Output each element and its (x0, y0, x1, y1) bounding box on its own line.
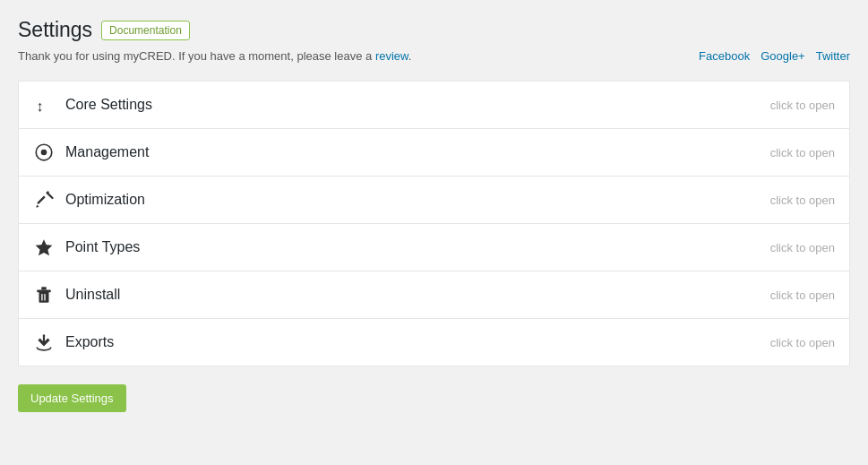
icon-exports (33, 332, 55, 353)
svg-rect-10 (43, 334, 45, 344)
icon-optimization (33, 189, 55, 211)
svg-marker-4 (36, 239, 53, 255)
icon-pointtypes (33, 237, 55, 258)
row-left-exports: Exports (33, 332, 114, 353)
row-action-management: click to open (770, 146, 835, 159)
svg-rect-3 (47, 193, 54, 200)
intro-bar: Thank you for using myCRED. If you have … (18, 49, 850, 63)
row-label-exports: Exports (65, 334, 114, 350)
settings-row-point-types[interactable]: Point Types click to open (19, 224, 849, 271)
settings-row-management[interactable]: Management click to open (19, 129, 849, 177)
review-link[interactable]: review (375, 49, 408, 63)
page-title: Settings (18, 18, 92, 42)
svg-rect-9 (44, 294, 45, 301)
row-action-uninstall: click to open (770, 288, 835, 302)
row-label-core-settings: Core Settings (65, 97, 152, 113)
row-action-point-types: click to open (770, 241, 835, 254)
icon-core: ↕ (33, 94, 55, 116)
social-links: Facebook Google+ Twitter (699, 49, 850, 63)
google-plus-link[interactable]: Google+ (761, 49, 805, 63)
documentation-button[interactable]: Documentation (101, 21, 190, 40)
page-header: Settings Documentation (18, 18, 850, 42)
facebook-link[interactable]: Facebook (699, 49, 750, 63)
row-left-uninstall: Uninstall (33, 284, 120, 306)
settings-row-exports[interactable]: Exports click to open (19, 319, 849, 366)
intro-text-after: . (408, 49, 412, 63)
row-label-optimization: Optimization (65, 192, 145, 208)
row-label-point-types: Point Types (65, 239, 140, 255)
settings-row-optimization[interactable]: Optimization click to open (19, 177, 849, 224)
icon-management (33, 142, 55, 163)
intro-text: Thank you for using myCRED. If you have … (18, 49, 411, 63)
row-left-management: Management (33, 142, 149, 163)
twitter-link[interactable]: Twitter (816, 49, 850, 63)
intro-text-before: Thank you for using myCRED. If you have … (18, 49, 375, 63)
svg-rect-6 (37, 290, 50, 293)
row-left-point-types: Point Types (33, 237, 140, 258)
update-settings-button[interactable]: Update Settings (18, 384, 126, 412)
svg-rect-5 (39, 292, 49, 303)
svg-rect-8 (41, 294, 42, 301)
row-left-optimization: Optimization (33, 189, 145, 211)
icon-uninstall (33, 284, 55, 306)
row-action-optimization: click to open (770, 194, 835, 207)
svg-rect-7 (41, 287, 47, 289)
row-action-core-settings: click to open (770, 99, 835, 112)
svg-text:↕: ↕ (36, 98, 43, 114)
svg-point-2 (41, 150, 47, 156)
row-label-management: Management (65, 144, 149, 160)
row-label-uninstall: Uninstall (65, 287, 120, 303)
row-left-core-settings: ↕ Core Settings (33, 94, 152, 116)
settings-row-uninstall[interactable]: Uninstall click to open (19, 271, 849, 319)
row-action-exports: click to open (770, 336, 835, 349)
settings-list: ↕ Core Settings click to open Management… (18, 81, 850, 366)
settings-row-core-settings[interactable]: ↕ Core Settings click to open (19, 82, 849, 129)
